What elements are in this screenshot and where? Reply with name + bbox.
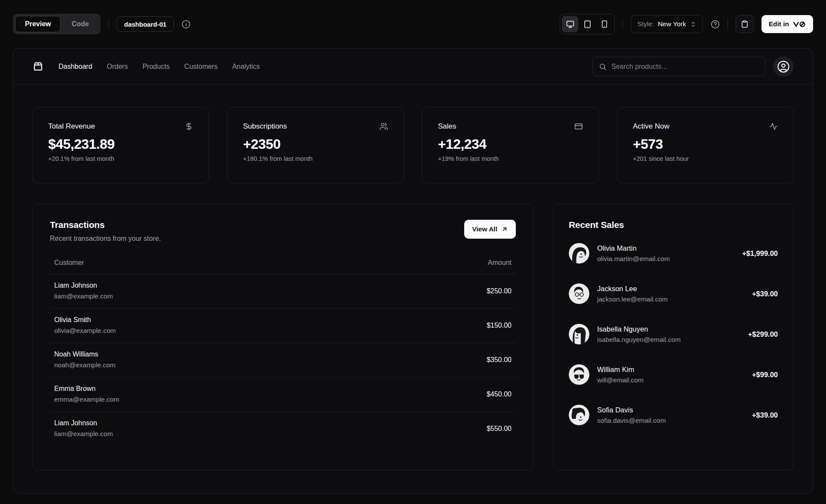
avatar [569, 283, 589, 304]
search-icon [599, 63, 607, 71]
chevrons-up-down-icon [690, 21, 697, 28]
stat-value: +2350 [243, 136, 388, 152]
style-label: Style: [637, 20, 654, 28]
device-toggle-group [560, 14, 615, 34]
clipboard-icon [741, 20, 749, 28]
style-select[interactable]: Style: New York [631, 15, 703, 33]
desktop-view-button[interactable] [562, 16, 578, 32]
avatar [569, 243, 589, 264]
monitor-icon [566, 20, 574, 28]
transaction-amount: $450.00 [487, 390, 512, 398]
nav-item-customers[interactable]: Customers [184, 63, 217, 71]
stats-row: Total Revenue $45,231.89 +20.1% from las… [32, 107, 794, 183]
v0-logo-icon [793, 21, 806, 28]
preview-tab[interactable]: Preview [15, 16, 61, 32]
sale-customer-name: William Kim [597, 366, 644, 374]
transactions-panel: Transactions Recent transactions from yo… [32, 204, 533, 470]
recent-sales-panel: Recent Sales Olivia Martin [553, 204, 794, 470]
customer-email: liam@example.com [54, 430, 113, 438]
sale-customer-name: Olivia Martin [597, 244, 670, 252]
recent-sales-list: Olivia Martin olivia.martin@email.com +$… [569, 243, 778, 425]
avatar [569, 364, 589, 385]
list-item[interactable]: Jackson Lee jackson.lee@email.com +$39.0… [569, 283, 778, 304]
table-row[interactable]: Olivia Smith olivia@example.com $150.00 [50, 309, 516, 343]
view-all-button[interactable]: View All [464, 220, 516, 239]
block-info-button[interactable] [182, 20, 191, 29]
search-input[interactable] [611, 63, 759, 71]
column-header-customer: Customer [54, 259, 84, 267]
transactions-subtitle: Recent transactions from your store. [50, 235, 161, 243]
nav-item-analytics[interactable]: Analytics [232, 63, 260, 71]
sale-amount: +$299.00 [748, 330, 778, 338]
list-item[interactable]: William Kim will@email.com +$99.00 [569, 364, 778, 385]
code-tab[interactable]: Code [62, 16, 99, 32]
sale-customer-email: olivia.martin@email.com [597, 255, 670, 263]
stat-title: Subscriptions [243, 122, 287, 131]
sale-amount: +$99.00 [752, 371, 778, 379]
nav-item-orders[interactable]: Orders [107, 63, 128, 71]
arrow-up-right-icon [501, 226, 508, 233]
column-header-amount: Amount [488, 259, 512, 267]
edit-in-v0-label: Edit in [769, 20, 789, 28]
sale-customer-email: sofia.davis@email.com [597, 417, 666, 424]
customer-name: Liam Johnson [54, 419, 113, 427]
stat-change: +201 since last hour [633, 155, 778, 162]
transaction-amount: $350.00 [487, 356, 512, 364]
stat-value: +573 [633, 136, 778, 152]
customer-name: Emma Brown [54, 385, 119, 393]
edit-in-v0-button[interactable]: Edit in [761, 15, 813, 33]
search-box [592, 57, 765, 76]
dashboard-preview-frame: Dashboard Orders Products Customers Anal… [13, 48, 813, 494]
transaction-amount: $550.00 [487, 425, 512, 433]
style-value: New York [658, 20, 686, 28]
transactions-table: Customer Amount Liam Johnson liam@exampl… [50, 259, 516, 446]
user-menu-button[interactable] [773, 56, 794, 77]
store-icon[interactable] [32, 61, 44, 72]
block-name-badge: dashboard-01 [117, 16, 173, 32]
user-circle-icon [777, 60, 790, 73]
stat-card-subscriptions: Subscriptions +2350 +180.1% from last mo… [227, 107, 404, 183]
sale-customer-name: Sofia Davis [597, 406, 666, 414]
stat-value: +12,234 [438, 136, 583, 152]
customer-name: Liam Johnson [54, 282, 113, 289]
dollar-sign-icon [185, 122, 193, 131]
stat-card-sales: Sales +12,234 +19% from last month [422, 107, 599, 183]
toolbar-separator [623, 18, 623, 30]
app-header: Dashboard Orders Products Customers Anal… [13, 49, 813, 85]
view-all-label: View All [472, 225, 497, 233]
table-row[interactable]: Emma Brown emma@example.com $450.00 [50, 378, 516, 412]
help-circle-icon [711, 20, 720, 29]
smartphone-icon [601, 20, 608, 28]
toolbar-separator [108, 18, 109, 30]
table-row[interactable]: Liam Johnson liam@example.com $550.00 [50, 412, 516, 446]
customer-name: Olivia Smith [54, 316, 116, 324]
copy-code-button[interactable] [736, 15, 754, 33]
nav-item-dashboard[interactable]: Dashboard [59, 63, 92, 71]
nav-item-products[interactable]: Products [142, 63, 170, 71]
main-nav: Dashboard Orders Products Customers Anal… [59, 63, 260, 71]
transaction-amount: $150.00 [487, 322, 512, 329]
list-item[interactable]: Sofia Davis sofia.davis@email.com +$39.0… [569, 405, 778, 425]
stat-value: $45,231.89 [48, 136, 193, 152]
stat-title: Active Now [633, 122, 669, 131]
stat-card-active-now: Active Now +573 +201 since last hour [617, 107, 794, 183]
customer-email: noah@example.com [54, 361, 115, 369]
customer-email: olivia@example.com [54, 327, 116, 335]
sale-customer-email: isabella.nguyen@email.com [597, 336, 681, 344]
list-item[interactable]: Olivia Martin olivia.martin@email.com +$… [569, 243, 778, 264]
table-row[interactable]: Noah Williams noah@example.com $350.00 [50, 343, 516, 378]
style-help-button[interactable] [711, 20, 720, 29]
list-item[interactable]: Isabella Nguyen isabella.nguyen@email.co… [569, 324, 778, 344]
stat-change: +20.1% from last month [48, 155, 193, 162]
toolbar-separator [727, 18, 728, 30]
avatar [569, 405, 589, 425]
sale-customer-name: Jackson Lee [597, 285, 668, 293]
mobile-view-button[interactable] [596, 16, 613, 32]
transactions-title: Transactions [50, 220, 161, 230]
table-row[interactable]: Liam Johnson liam@example.com $250.00 [50, 274, 516, 309]
preview-code-toggle: Preview Code [13, 14, 101, 34]
info-icon [182, 20, 191, 29]
customer-email: emma@example.com [54, 396, 119, 403]
sale-amount: +$39.00 [752, 290, 778, 298]
tablet-view-button[interactable] [579, 16, 595, 32]
